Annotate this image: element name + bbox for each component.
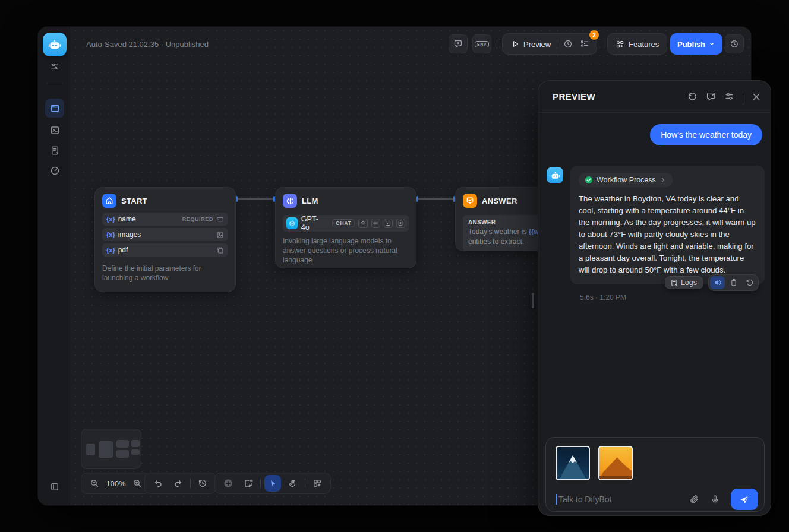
attachment-thumbnail-mountain-sunset[interactable] <box>598 446 633 480</box>
canvas-scrollbar[interactable] <box>532 293 534 308</box>
clock-run-icon <box>563 39 573 49</box>
close-icon[interactable] <box>752 92 761 102</box>
toolbar-divider <box>497 39 497 49</box>
gpt4o-model-icon <box>286 217 298 229</box>
tuning-sliders-icon[interactable] <box>45 57 64 76</box>
chat-mode-badge: CHAT <box>332 219 355 227</box>
auto-layout-icon[interactable] <box>309 475 326 492</box>
chat-debug-button[interactable] <box>449 34 468 53</box>
restart-conversation-icon[interactable] <box>687 91 698 102</box>
attachment-thumbnail-mountain-night[interactable] <box>556 446 590 480</box>
send-icon <box>739 494 750 505</box>
dify-workflow-app: Auto-Saved 21:02:35 · Unpublished ENV Pr… <box>0 0 789 532</box>
env-variables-button[interactable]: ENV <box>472 34 491 53</box>
play-icon <box>511 40 519 48</box>
edge-start-llm <box>238 198 273 200</box>
speaker-icon[interactable] <box>710 276 725 289</box>
node-start[interactable]: START {x} name REQUIRED {x} images {x} <box>94 187 236 292</box>
zoom-level[interactable]: 100% <box>104 479 128 488</box>
edge-handle[interactable] <box>416 196 418 202</box>
sidebar-item-logs[interactable] <box>45 141 64 160</box>
sidebar-divider <box>46 83 63 83</box>
history-icon <box>730 39 739 49</box>
model-name: GPT-4o <box>301 215 325 232</box>
image-icon <box>216 231 224 239</box>
chevron-right-icon <box>659 176 667 183</box>
env-icon: ENV <box>475 41 489 48</box>
node-title: ANSWER <box>482 197 517 205</box>
bot-message-card: Workflow Process The weather in Boydton,… <box>570 166 765 284</box>
chat-input-container: Talk to DifyBot <box>545 437 765 512</box>
attach-file-icon[interactable] <box>689 495 699 505</box>
send-button[interactable] <box>731 489 758 510</box>
success-check-icon <box>585 176 593 184</box>
preview-toolgroup: Preview <box>502 33 597 55</box>
message-actions: Logs <box>665 274 759 291</box>
node-start-header: START <box>95 188 235 213</box>
app-logo-robot-icon[interactable] <box>43 33 67 56</box>
zoom-in-icon[interactable] <box>129 475 146 492</box>
logs-button[interactable]: Logs <box>665 276 703 289</box>
chat-settings-icon[interactable] <box>724 91 734 102</box>
audio-capability-icon <box>371 218 380 228</box>
edge-handle[interactable] <box>236 196 238 202</box>
image-capability-icon <box>384 218 393 228</box>
undo-icon[interactable] <box>150 475 166 492</box>
text-input-icon <box>216 216 224 223</box>
redo-icon[interactable] <box>170 475 187 492</box>
canvas-tools <box>214 473 331 494</box>
checklist-badge: 2 <box>589 30 599 40</box>
publish-button[interactable]: Publish <box>670 33 722 55</box>
sidebar <box>38 27 71 505</box>
sidebar-item-orchestrate[interactable] <box>45 99 64 118</box>
logs-icon <box>670 279 678 287</box>
preview-title: PREVIEW <box>553 91 595 102</box>
autosave-status: Auto-Saved 21:02:35 · Unpublished <box>86 40 209 49</box>
chat-text-input[interactable]: Talk to DifyBot <box>558 495 689 504</box>
run-preview-button[interactable]: Preview <box>505 40 557 49</box>
answer-icon <box>463 194 477 208</box>
collapse-sidebar-icon[interactable] <box>45 477 64 496</box>
vision-capability-icon <box>358 218 367 228</box>
llm-model-row[interactable]: GPT-4o CHAT <box>283 215 409 232</box>
bot-avatar <box>547 167 563 183</box>
microphone-icon[interactable] <box>710 495 720 505</box>
zoom-out-icon[interactable] <box>86 475 103 492</box>
add-note-icon[interactable] <box>240 475 257 492</box>
user-message-bubble: How's the weather today <box>650 124 762 145</box>
preview-panel: PREVIEW How's the weather today <box>538 80 771 516</box>
features-button[interactable]: Features <box>607 33 667 55</box>
node-llm-header: LLM <box>276 188 416 213</box>
canvas-minimap[interactable] <box>81 429 141 469</box>
version-history-button[interactable] <box>725 34 744 53</box>
required-label: REQUIRED <box>182 216 213 222</box>
workflow-process-toggle[interactable]: Workflow Process <box>579 173 673 187</box>
start-field-name[interactable]: {x} name REQUIRED <box>102 213 228 226</box>
start-field-images[interactable]: {x} images <box>102 228 228 241</box>
zoom-controls: 100% <box>81 473 151 494</box>
edge-llm-answer <box>418 198 453 200</box>
add-node-icon[interactable] <box>220 475 236 492</box>
sidebar-item-monitoring[interactable] <box>45 161 64 180</box>
pointer-tool-icon[interactable] <box>264 475 281 492</box>
chat-x-icon <box>453 39 463 49</box>
chevron-down-icon <box>708 40 715 48</box>
sidebar-item-api-terminal[interactable] <box>45 121 64 140</box>
file-stack-icon <box>216 246 224 254</box>
home-icon <box>102 194 116 208</box>
history-restore-icon[interactable] <box>194 475 211 492</box>
hand-tool-icon[interactable] <box>285 475 301 492</box>
node-description: Invoking large language models to answer… <box>276 232 416 272</box>
run-history-button[interactable] <box>560 36 576 52</box>
clear-chat-icon[interactable] <box>706 91 716 102</box>
node-llm[interactable]: LLM GPT-4o CHAT <box>275 187 416 268</box>
checklist-icon <box>580 39 589 49</box>
copy-icon[interactable] <box>726 276 741 289</box>
document-capability-icon <box>396 218 405 228</box>
start-field-pdf[interactable]: {x} pdf <box>102 243 228 256</box>
message-meta: 5.6s · 1:20 PM <box>580 293 626 302</box>
text-caret <box>556 494 557 505</box>
features-icon <box>616 40 624 49</box>
node-title: LLM <box>302 197 318 205</box>
regenerate-icon[interactable] <box>742 276 757 289</box>
